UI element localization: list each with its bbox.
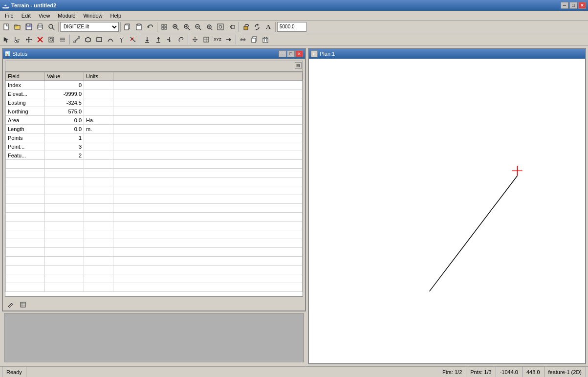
separator-t2-3 bbox=[188, 35, 188, 44]
empty-table-row bbox=[6, 248, 303, 257]
new-button[interactable] bbox=[1, 22, 12, 32]
extra-header bbox=[113, 72, 303, 81]
delete2-button[interactable] bbox=[116, 34, 127, 45]
copy2-button[interactable] bbox=[249, 34, 260, 45]
zoom-fit-button[interactable] bbox=[204, 22, 215, 32]
menu-window[interactable]: Window bbox=[79, 12, 106, 20]
draw-polygon-button[interactable] bbox=[83, 34, 93, 45]
zoom-prev-icon bbox=[228, 23, 235, 30]
separator2 bbox=[120, 22, 121, 32]
draw-line-button[interactable] bbox=[71, 34, 82, 45]
minimize-button[interactable]: ─ bbox=[561, 2, 568, 9]
insert2-icon bbox=[240, 36, 246, 43]
menu-edit[interactable]: Edit bbox=[18, 12, 35, 20]
menu-file[interactable]: File bbox=[1, 12, 18, 20]
zoom-plus-icon bbox=[172, 23, 179, 30]
close-button[interactable]: ✕ bbox=[578, 2, 586, 9]
value-cell: -324.5 bbox=[45, 98, 84, 107]
right-panel: P Plan:1 bbox=[308, 46, 588, 366]
print-button[interactable] bbox=[35, 22, 45, 32]
zoom-all-button[interactable] bbox=[215, 22, 226, 32]
svg-point-44 bbox=[50, 38, 53, 41]
move2-button[interactable] bbox=[164, 34, 175, 45]
move-button[interactable] bbox=[23, 34, 34, 45]
draw-rect-button[interactable] bbox=[94, 34, 105, 45]
search-button[interactable] bbox=[46, 22, 57, 32]
trim-button[interactable] bbox=[128, 34, 138, 45]
lock-button[interactable] bbox=[240, 22, 251, 32]
rotate-button[interactable] bbox=[252, 22, 262, 32]
zoom-out-button[interactable] bbox=[193, 22, 203, 32]
move-icon bbox=[25, 36, 32, 43]
draw-rect-icon bbox=[96, 36, 103, 43]
maximize-button[interactable]: □ bbox=[569, 2, 577, 9]
digitize-dropdown[interactable]: DIGITIZE.ilt bbox=[60, 22, 119, 32]
plan-line bbox=[430, 176, 518, 291]
delete-button[interactable] bbox=[35, 34, 45, 45]
search-icon bbox=[48, 23, 55, 30]
value-header: Value bbox=[45, 72, 84, 81]
status-edit-button[interactable] bbox=[5, 299, 16, 310]
empty-cell bbox=[113, 169, 303, 177]
tb-btn-b1[interactable] bbox=[159, 22, 170, 32]
pan-button[interactable] bbox=[190, 34, 200, 45]
units-cell: m. bbox=[84, 125, 113, 133]
snap2-icon bbox=[203, 36, 210, 43]
tb-btn-b2[interactable] bbox=[170, 22, 181, 32]
zoom-in-button[interactable] bbox=[181, 22, 192, 32]
svg-point-35 bbox=[219, 25, 222, 28]
delete3-button[interactable] bbox=[153, 34, 164, 45]
zoom-prev-button[interactable] bbox=[226, 22, 237, 32]
menu-view[interactable]: View bbox=[35, 12, 54, 20]
insert-button[interactable] bbox=[142, 34, 152, 45]
draw-arc-button[interactable] bbox=[105, 34, 116, 45]
open-button[interactable] bbox=[12, 22, 23, 32]
empty-cell bbox=[84, 230, 113, 239]
extra-cell bbox=[113, 89, 303, 98]
pencil-icon bbox=[7, 302, 13, 308]
plan-canvas[interactable] bbox=[309, 59, 585, 363]
zoom-value-input[interactable] bbox=[277, 22, 306, 32]
plan-window-icon: P bbox=[311, 50, 318, 57]
value-cell: 3 bbox=[45, 142, 84, 151]
empty-cell bbox=[6, 239, 45, 248]
join-button[interactable] bbox=[223, 34, 234, 45]
copy-button[interactable] bbox=[122, 22, 133, 32]
empty-cell bbox=[113, 213, 303, 222]
snap-button[interactable] bbox=[46, 34, 57, 45]
separator4 bbox=[239, 22, 239, 32]
titlebar-left: 🗻 Terrain - untitled2 bbox=[2, 2, 56, 9]
plan-window-title: Plan:1 bbox=[320, 51, 335, 57]
empty-table-row bbox=[6, 222, 303, 230]
menu-help[interactable]: Help bbox=[107, 12, 126, 20]
separator-t2-2 bbox=[140, 35, 140, 44]
status-close-button[interactable]: ✕ bbox=[295, 50, 303, 57]
insert2-button[interactable] bbox=[238, 34, 248, 45]
undo-button[interactable] bbox=[145, 22, 155, 32]
node-button[interactable] bbox=[12, 34, 23, 45]
status-minimize-button[interactable]: ─ bbox=[279, 50, 286, 57]
status-table-button[interactable] bbox=[18, 299, 28, 310]
empty-table-row bbox=[6, 230, 303, 239]
value-cell: 1 bbox=[45, 133, 84, 142]
save-button[interactable] bbox=[23, 22, 34, 32]
paste-button[interactable] bbox=[133, 22, 144, 32]
menu-module[interactable]: Module bbox=[54, 12, 79, 20]
empty-cell bbox=[84, 222, 113, 230]
delete4-button[interactable] bbox=[260, 34, 271, 45]
expand-icon[interactable]: ⊞ bbox=[295, 62, 302, 69]
text-button[interactable]: A bbox=[263, 22, 274, 32]
snap2-button[interactable] bbox=[201, 34, 212, 45]
empty-cell bbox=[45, 248, 84, 257]
zoom-all-icon bbox=[217, 23, 224, 30]
empty-cell bbox=[113, 283, 303, 292]
select-button[interactable] bbox=[1, 34, 12, 45]
status-maximize-button[interactable]: □ bbox=[287, 50, 295, 57]
field-cell: Points bbox=[6, 133, 45, 142]
paste-icon bbox=[135, 23, 142, 30]
xyz-icon: XYZ bbox=[214, 37, 221, 42]
xyz-button[interactable]: XYZ bbox=[212, 34, 223, 45]
empty-cell bbox=[6, 186, 45, 195]
properties-button[interactable] bbox=[57, 34, 68, 45]
rotate2-button[interactable] bbox=[175, 34, 186, 45]
